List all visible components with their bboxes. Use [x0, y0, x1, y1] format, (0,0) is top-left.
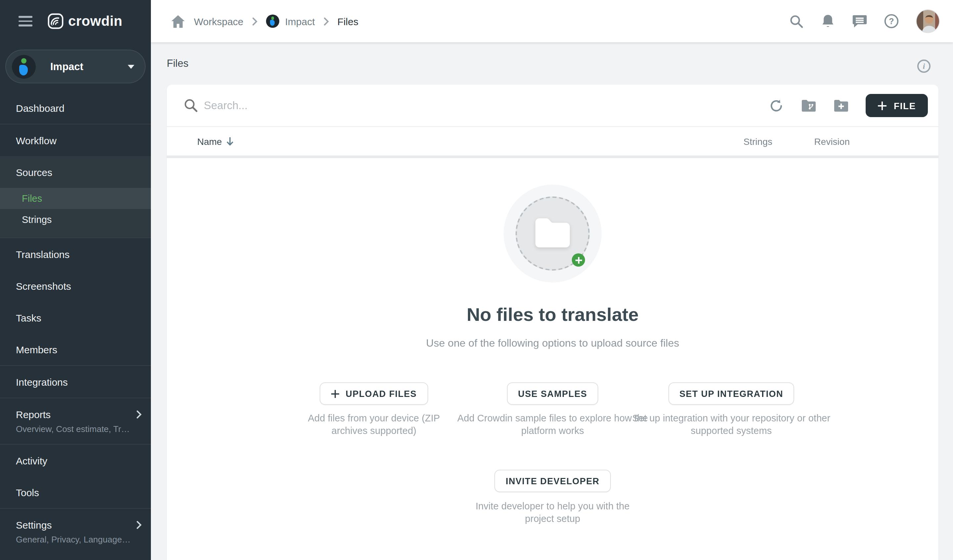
- notifications-bell-icon[interactable]: [821, 14, 835, 28]
- crowdin-app: crowdin Impact Dashboard Workflow Source…: [0, 0, 953, 560]
- hamburger-menu-icon[interactable]: [19, 16, 33, 26]
- breadcrumb: Workspace Impact Files: [171, 14, 359, 28]
- empty-state-illustration: [504, 185, 602, 282]
- folder-add-icon[interactable]: [833, 98, 849, 113]
- project-switcher[interactable]: Impact: [5, 50, 146, 83]
- breadcrumb-current-page: Files: [337, 16, 359, 27]
- folder-branch-icon[interactable]: [801, 98, 817, 113]
- invite-developer-option: INVITE DEVELOPER Invite developer to hel…: [167, 470, 939, 525]
- home-icon[interactable]: [171, 14, 185, 28]
- upload-files-button[interactable]: UPLOAD FILES: [320, 382, 428, 405]
- column-header-name[interactable]: Name: [197, 136, 234, 147]
- sidebar-item-translations[interactable]: Translations: [0, 238, 151, 270]
- user-avatar[interactable]: [916, 9, 940, 33]
- sidebar-item-dashboard[interactable]: Dashboard: [0, 93, 151, 124]
- messages-icon[interactable]: [852, 14, 867, 28]
- project-logo-small: [266, 14, 279, 28]
- use-samples-option: USE SAMPLES Add Crowdin sample files to …: [463, 382, 642, 437]
- upload-files-description: Add files from your device (ZIP archives…: [304, 412, 444, 437]
- page-head: Files i: [151, 42, 953, 85]
- sidebar-item-reports-sublabel: Overview, Cost estimate, Transl…: [0, 423, 151, 435]
- use-samples-description: Add Crowdin sample files to explore how …: [453, 412, 652, 437]
- project-name: Impact: [50, 60, 128, 73]
- divider: [167, 155, 939, 158]
- add-file-button[interactable]: FILE: [866, 94, 928, 117]
- use-samples-button[interactable]: USE SAMPLES: [507, 382, 599, 405]
- sidebar-item-screenshots[interactable]: Screenshots: [0, 270, 151, 302]
- sidebar-item-reports[interactable]: Reports Overview, Cost estimate, Transl…: [0, 398, 151, 444]
- chevron-right-icon: [252, 17, 258, 25]
- sidebar-group-sources: Sources Files Strings: [0, 156, 151, 237]
- search-icon[interactable]: [789, 14, 803, 28]
- column-header-strings[interactable]: Strings: [743, 136, 772, 147]
- sidebar-item-settings-sublabel: General, Privacy, Languages, Q…: [0, 534, 151, 546]
- topbar-actions: ?: [789, 9, 953, 33]
- chevron-right-icon: [136, 521, 141, 529]
- plus-icon: [331, 389, 340, 398]
- chevron-right-icon: [324, 17, 329, 25]
- sidebar-item-strings[interactable]: Strings: [0, 209, 151, 230]
- empty-state-title: No files to translate: [167, 305, 939, 325]
- toolbar-buttons: FILE: [769, 94, 939, 117]
- sidebar-item-integrations[interactable]: Integrations: [0, 366, 151, 397]
- sidebar-item-files[interactable]: Files: [0, 188, 151, 209]
- breadcrumb-project[interactable]: Impact: [266, 14, 315, 28]
- invite-developer-button[interactable]: INVITE DEVELOPER: [494, 470, 610, 492]
- setup-integration-button[interactable]: SET UP INTEGRATION: [668, 382, 795, 405]
- table-header: Name Strings Revision: [167, 127, 939, 155]
- sidebar: crowdin Impact Dashboard Workflow Source…: [0, 0, 151, 560]
- sidebar-item-settings[interactable]: Settings General, Privacy, Languages, Q…: [0, 509, 151, 554]
- folder-icon: [535, 218, 570, 247]
- svg-text:?: ?: [889, 17, 894, 26]
- column-header-revision[interactable]: Revision: [814, 136, 850, 147]
- chevron-right-icon: [136, 410, 141, 419]
- breadcrumb-workspace[interactable]: Workspace: [194, 16, 244, 27]
- sort-descending-icon: [227, 137, 234, 146]
- sidebar-item-tasks[interactable]: Tasks: [0, 302, 151, 334]
- sidebar-item-tools[interactable]: Tools: [0, 476, 151, 508]
- sidebar-logo-row: crowdin: [0, 0, 151, 42]
- chevron-down-icon: [128, 65, 134, 68]
- page-title: Files: [167, 57, 188, 70]
- plus-icon: [878, 101, 887, 110]
- help-icon[interactable]: ?: [884, 14, 899, 28]
- refresh-icon[interactable]: [769, 98, 785, 113]
- setup-integration-option: SET UP INTEGRATION Set up integration wi…: [642, 382, 821, 437]
- project-logo: [12, 54, 36, 78]
- sidebar-item-sources[interactable]: Sources: [0, 156, 151, 188]
- sidebar-nav: Dashboard Workflow Sources Files Strings…: [0, 93, 151, 554]
- crowdin-logo-icon: [48, 13, 64, 29]
- sidebar-item-activity[interactable]: Activity: [0, 445, 151, 476]
- search-icon: [184, 99, 198, 112]
- setup-integration-description: Set up integration with your repository …: [632, 412, 830, 437]
- crowdin-logo[interactable]: crowdin: [48, 13, 123, 29]
- search-input[interactable]: [204, 85, 574, 126]
- empty-state-subtitle: Use one of the following options to uplo…: [167, 336, 939, 350]
- upload-files-option: UPLOAD FILES Add files from your device …: [284, 382, 463, 437]
- invite-developer-description: Invite developer to help you with the pr…: [470, 500, 635, 525]
- empty-state: No files to translate Use one of the fol…: [167, 158, 939, 525]
- main-content: Files i: [151, 42, 953, 560]
- sidebar-item-members[interactable]: Members: [0, 334, 151, 365]
- files-card: FILE Name Strings Revision: [167, 85, 939, 560]
- crowdin-wordmark: crowdin: [68, 13, 123, 29]
- sidebar-item-workflow[interactable]: Workflow: [0, 124, 151, 156]
- upload-options: UPLOAD FILES Add files from your device …: [167, 382, 939, 437]
- add-files-plus-icon[interactable]: [572, 253, 585, 267]
- topbar: Workspace Impact Files: [151, 0, 953, 42]
- files-toolbar: FILE: [167, 85, 939, 127]
- info-icon[interactable]: i: [917, 59, 930, 73]
